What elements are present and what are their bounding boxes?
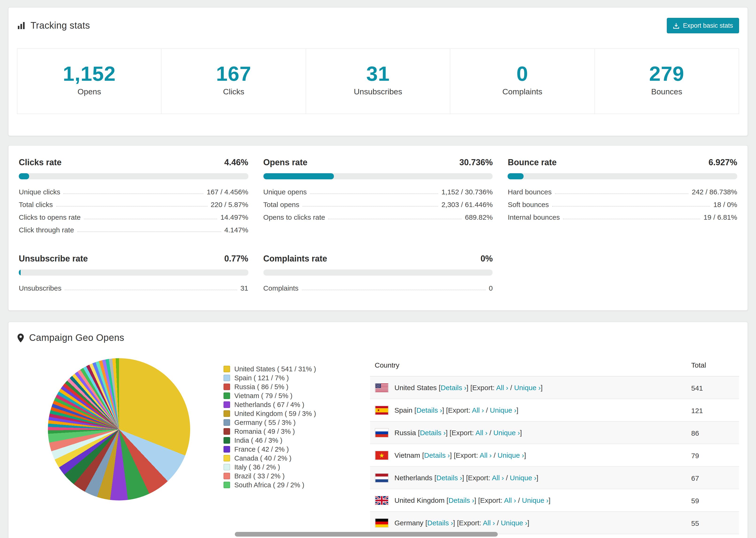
chevron-right-icon: › — [489, 451, 492, 459]
export-label: Export: — [448, 406, 470, 414]
rate-row-value: 1,152 / 30.736% — [441, 188, 493, 196]
rate-row-label: Clicks to opens rate — [19, 213, 81, 221]
dotted-leader — [77, 232, 221, 232]
pie-legend: United States ( 541 / 31% ) Spain ( 121 … — [224, 347, 370, 534]
export-unique-link[interactable]: Unique› — [522, 496, 549, 504]
country-total: 59 — [686, 489, 739, 511]
chevron-right-icon: › — [485, 429, 487, 437]
rate-row-label: Unique clicks — [19, 188, 60, 196]
country-cell: Russia [Details›] [Export: All› / Unique… — [370, 421, 686, 444]
map-pin-icon — [17, 333, 25, 343]
legend-swatch — [224, 419, 230, 426]
rate-row-value: 0 — [489, 284, 493, 292]
chevron-right-icon: › — [493, 519, 495, 527]
rate-row: Unsubscribes 31 — [19, 282, 248, 295]
legend-label: Canada ( 40 / 2% ) — [234, 455, 291, 462]
dotted-leader — [84, 219, 217, 219]
details-link[interactable]: Details› — [441, 384, 466, 392]
legend-swatch — [224, 437, 230, 444]
export-unique-link[interactable]: Unique› — [514, 384, 541, 392]
export-label: Export: — [468, 474, 490, 482]
country-total: 67 — [686, 466, 739, 489]
geo-table: Country Total United States [Details›] [… — [370, 353, 739, 534]
export-all-link[interactable]: All› — [492, 474, 504, 482]
details-link[interactable]: Details› — [449, 496, 474, 504]
rate-row: Unique clicks 167 / 4.456% — [19, 186, 248, 198]
rate-progress-fill — [19, 173, 29, 179]
dotted-leader — [328, 219, 461, 219]
export-all-link[interactable]: All› — [504, 496, 516, 504]
geo-opens-header: Campaign Geo Opens — [17, 332, 739, 343]
rate-breakdown: Hard bounces 242 / 86.738% Soft bounces … — [508, 186, 737, 224]
rate-progress-bar — [19, 269, 248, 276]
country-row: Spain [Details›] [Export: All› / Unique›… — [370, 399, 739, 421]
chevron-right-icon: › — [440, 406, 442, 414]
details-link[interactable]: Details› — [427, 519, 453, 527]
rate-row: Total clicks 220 / 5.87% — [19, 198, 248, 211]
rate-breakdown: Unique clicks 167 / 4.456% Total clicks … — [19, 186, 248, 236]
legend-label: Germany ( 55 / 3% ) — [234, 419, 296, 426]
legend-item: Germany ( 55 / 3% ) — [224, 419, 370, 426]
export-all-link[interactable]: All› — [483, 519, 495, 527]
country-row: Germany [Details›] [Export: All› / Uniqu… — [370, 511, 739, 534]
rate-title: Clicks rate — [19, 158, 62, 168]
bar-chart-icon — [17, 21, 26, 30]
legend-swatch — [224, 410, 230, 417]
rate-percent: 0.77% — [224, 254, 248, 264]
dotted-leader — [552, 206, 710, 207]
export-unique-link[interactable]: Unique› — [490, 406, 516, 414]
legend-item: United States ( 541 / 31% ) — [224, 365, 370, 373]
export-unique-link[interactable]: Unique› — [510, 474, 536, 482]
chevron-right-icon: › — [534, 474, 536, 482]
legend-item: Brazil ( 33 / 2% ) — [224, 472, 370, 480]
export-all-link[interactable]: All› — [496, 384, 508, 392]
dotted-leader — [303, 206, 438, 207]
country-column-header: Country — [370, 353, 686, 376]
details-link[interactable]: Details› — [420, 429, 446, 437]
export-unique-link[interactable]: Unique› — [498, 451, 524, 459]
rate-row-label: Complaints — [263, 284, 298, 292]
rate-row: Clicks to opens rate 14.497% — [19, 211, 248, 224]
stat-value: 31 — [306, 63, 450, 84]
export-all-link[interactable]: All› — [475, 429, 487, 437]
rate-title: Opens rate — [263, 158, 307, 168]
legend-label: Romania ( 49 / 3% ) — [234, 428, 295, 435]
rate-title: Bounce rate — [508, 158, 557, 168]
rate-row-label: Opens to clicks rate — [263, 213, 325, 221]
geo-table-column: Country Total United States [Details›] [… — [370, 347, 739, 534]
country-flag-icon — [375, 473, 389, 483]
country-name: Netherlands — [395, 474, 432, 482]
rate-progress-bar — [263, 173, 493, 179]
details-link[interactable]: Details› — [424, 451, 450, 459]
legend-item: United Kingdom ( 59 / 3% ) — [224, 410, 370, 417]
export-basic-stats-button[interactable]: Export basic stats — [667, 18, 739, 33]
country-cell: United Kingdom [Details›] [Export: All› … — [370, 489, 686, 511]
country-cell: United States [Details›] [Export: All› /… — [370, 376, 686, 399]
country-row: Vietnam [Details›] [Export: All› / Uniqu… — [370, 444, 739, 466]
rate-header: Opens rate 30.736% — [263, 158, 493, 168]
chevron-right-icon: › — [506, 384, 508, 392]
rate-title: Unsubscribe rate — [19, 254, 88, 264]
rate-row-label: Soft bounces — [508, 200, 549, 208]
export-unique-link[interactable]: Unique› — [501, 519, 527, 527]
country-total: 121 — [686, 399, 739, 421]
legend-label: France ( 42 / 2% ) — [234, 446, 289, 453]
export-all-link[interactable]: All› — [472, 406, 484, 414]
rate-row-value: 167 / 4.456% — [207, 188, 248, 196]
legend-swatch — [224, 464, 230, 470]
export-all-link[interactable]: All› — [480, 451, 492, 459]
horizontal-scrollbar-thumb[interactable] — [235, 532, 498, 537]
rate-breakdown: Unsubscribes 31 — [19, 282, 248, 295]
export-unique-link[interactable]: Unique› — [493, 429, 520, 437]
country-flag-icon — [375, 496, 389, 505]
stat-value: 0 — [450, 63, 594, 84]
rate-row-value: 689.82% — [465, 213, 493, 221]
details-link[interactable]: Details› — [436, 474, 462, 482]
rate-header: Bounce rate 6.927% — [508, 158, 737, 168]
rate-row-label: Internal bounces — [508, 213, 560, 221]
dotted-leader — [563, 219, 700, 219]
rate-panel: Bounce rate 6.927% Hard bounces 242 / 86… — [508, 158, 737, 236]
country-cell: Netherlands [Details›] [Export: All› / U… — [370, 466, 686, 489]
dotted-leader — [56, 206, 207, 207]
details-link[interactable]: Details› — [416, 406, 442, 414]
